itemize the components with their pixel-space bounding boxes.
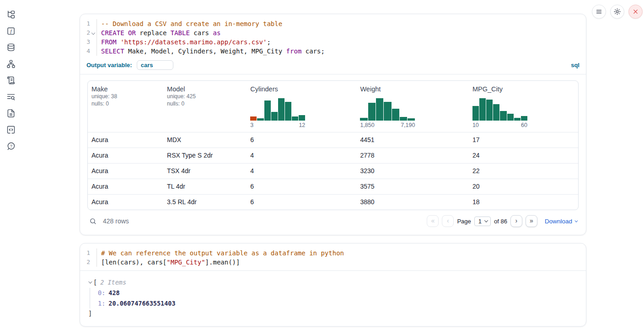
search-icon	[89, 217, 97, 225]
code-snippet-icon[interactable]	[6, 125, 16, 134]
search-button[interactable]	[89, 217, 97, 225]
column-header-cylinders[interactable]: Cylinders312	[247, 81, 356, 132]
axis-max-label: 60	[521, 122, 527, 128]
code-token: SELECT	[101, 48, 124, 55]
scroll-icon[interactable]	[6, 76, 16, 85]
page-label: Page	[457, 218, 471, 225]
sql-cell-output: Makeunique: 38nulls: 0Modelunique: 425nu…	[80, 74, 586, 235]
line-number: 2	[80, 258, 90, 267]
histogram-bar	[360, 118, 367, 121]
axis-min-label: 1,850	[360, 122, 374, 128]
column-histogram	[250, 97, 305, 121]
download-button[interactable]: Download	[545, 218, 577, 225]
code-line: 3FROM 'https://datasets.marimo.app/cars.…	[80, 37, 586, 47]
code-token: CREATE	[101, 29, 124, 37]
histogram-bar	[507, 114, 514, 121]
histogram-bar	[250, 116, 257, 121]
prev-page-button[interactable]: ‹	[442, 215, 454, 227]
fold-spacer	[90, 37, 97, 47]
table-footer: 428 rows « ‹ Page 1 of 86 › » Download	[87, 214, 579, 228]
histogram-axis: 312	[250, 122, 305, 128]
list-output-header: [ 2 Items	[88, 279, 578, 286]
fold-spacer	[90, 19, 97, 28]
column-stat: nulls: 0	[167, 100, 243, 107]
python-code-editor[interactable]: 1# We can reference the output variable …	[80, 243, 586, 271]
column-histogram	[472, 97, 527, 121]
fold-chevron-icon[interactable]	[90, 28, 97, 37]
table-cell: Acura	[88, 148, 163, 163]
table-header-row: Makeunique: 38nulls: 0Modelunique: 425nu…	[88, 81, 578, 132]
histogram-bar	[472, 106, 479, 121]
fold-spacer	[90, 47, 97, 56]
functions-icon[interactable]: f	[6, 26, 16, 36]
chevron-down-icon[interactable]	[88, 280, 92, 283]
code-line: 1# We can reference the output variable …	[80, 248, 586, 258]
code-token: ;	[267, 38, 270, 46]
list-search-icon[interactable]	[6, 92, 16, 101]
code-line: 2CREATE OR replace TABLE cars as	[80, 28, 586, 37]
download-label: Download	[545, 218, 572, 225]
column-header-model[interactable]: Modelunique: 425nulls: 0	[163, 81, 247, 132]
code-token: OR	[128, 29, 136, 37]
table-cell: 2778	[356, 148, 468, 163]
close-bracket: ]	[88, 309, 578, 318]
list-item-value: 20.060747663551403	[108, 300, 175, 307]
code-token: FROM	[101, 38, 117, 46]
notebook: 1-- Download a CSV and create an in-memo…	[80, 14, 586, 327]
code-token: TABLE	[171, 29, 190, 37]
histogram-bar	[292, 116, 298, 121]
next-page-button[interactable]: ›	[510, 215, 522, 227]
column-name: Cylinders	[250, 85, 353, 93]
table-cell: RSX Type S 2dr	[163, 148, 247, 163]
histogram-bar	[400, 117, 407, 121]
code-token	[117, 38, 120, 46]
column-name: Weight	[360, 85, 465, 93]
shutdown-button[interactable]	[628, 5, 643, 19]
code-text: # We can reference the output variable a…	[97, 248, 586, 258]
settings-button[interactable]	[610, 5, 624, 19]
column-header-make[interactable]: Makeunique: 38nulls: 0	[88, 81, 163, 132]
table-cell: TSX 4dr	[163, 164, 247, 179]
fold-spacer	[90, 258, 97, 267]
file-tree-icon[interactable]	[6, 10, 16, 19]
histogram-bar	[368, 103, 376, 121]
chevron-down-icon	[574, 219, 578, 222]
histogram-axis: 1,8507,190	[360, 122, 415, 128]
code-token: # We can reference the output variable a…	[101, 249, 344, 257]
column-header-weight[interactable]: Weight1,8507,190	[356, 81, 468, 132]
output-variable-input[interactable]	[137, 60, 173, 70]
document-icon[interactable]	[6, 109, 16, 118]
close-icon	[633, 9, 639, 15]
help-icon[interactable]: ?	[6, 142, 16, 151]
table-row: AcuraRSX Type S 2dr4277824	[88, 148, 578, 163]
histogram-bar	[392, 109, 399, 121]
svg-text:f: f	[10, 28, 12, 34]
table-cell: 4	[247, 148, 356, 163]
last-page-button[interactable]: »	[526, 215, 537, 227]
table-cell: 18	[469, 195, 578, 210]
code-token: replace	[136, 29, 171, 37]
sql-code-editor[interactable]: 1-- Download a CSV and create an in-memo…	[80, 14, 586, 59]
language-badge: sql	[571, 62, 580, 69]
first-page-button[interactable]: «	[427, 215, 439, 227]
menu-button[interactable]	[592, 5, 606, 19]
table-cell: 3575	[356, 179, 468, 194]
histogram-bar	[514, 118, 521, 121]
open-bracket: [	[93, 279, 97, 286]
pagination: « ‹ Page 1 of 86 › » Download	[427, 215, 577, 227]
database-icon[interactable]	[6, 43, 16, 52]
gear-icon	[613, 8, 621, 16]
code-line: 4SELECT Make, Model, Cylinders, Weight, …	[80, 47, 586, 56]
table-row: AcuraTSX 4dr4323022	[88, 163, 578, 179]
table-cell: Acura	[88, 164, 163, 179]
axis-max-label: 7,190	[401, 122, 415, 128]
dependency-graph-icon[interactable]	[6, 59, 16, 69]
code-line: 1-- Download a CSV and create an in-memo…	[80, 19, 586, 28]
list-output-entries: 0:4281:20.060747663551403	[90, 288, 578, 308]
code-text: SELECT Make, Model, Cylinders, Weight, M…	[97, 47, 586, 56]
column-header-mpg_city[interactable]: MPG_City1060	[469, 81, 578, 132]
row-count: 428 rows	[103, 217, 129, 225]
page-select[interactable]: 1	[474, 217, 491, 226]
list-item-key: 0:	[98, 289, 105, 296]
sql-cell: 1-- Download a CSV and create an in-memo…	[80, 14, 586, 235]
